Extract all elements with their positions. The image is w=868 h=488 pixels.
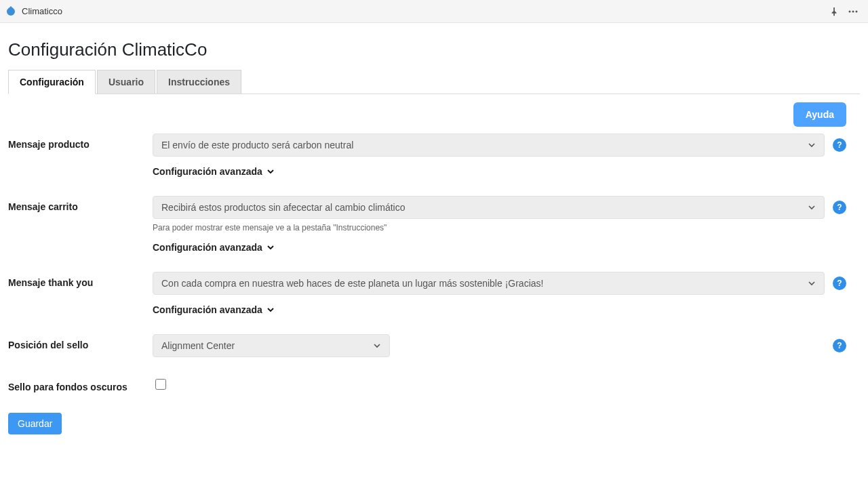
app-logo-icon <box>5 6 16 17</box>
mensaje-thank-you-advanced-toggle[interactable]: Configuración avanzada <box>153 304 846 315</box>
pin-icon[interactable] <box>825 2 844 21</box>
mensaje-producto-value: El envío de este producto será carbon ne… <box>161 140 808 150</box>
help-icon[interactable]: ? <box>833 138 846 152</box>
save-button[interactable]: Guardar <box>8 413 62 434</box>
chevron-down-icon <box>808 203 816 211</box>
mensaje-carrito-hint: Para poder mostrar este mensaje ve a la … <box>153 223 846 232</box>
posicion-sello-select[interactable]: Alignment Center <box>153 334 390 357</box>
page-title: Configuración ClimaticCo <box>8 39 860 60</box>
chevron-down-icon <box>267 167 275 176</box>
mensaje-carrito-select[interactable]: Recibirá estos productos sin afecectar a… <box>153 196 825 219</box>
chevron-down-icon <box>267 306 275 314</box>
field-posicion-sello: Posición del sello Alignment Center ? <box>8 334 860 357</box>
mensaje-thank-you-select[interactable]: Con cada compra en nuestra web haces de … <box>153 272 825 295</box>
svg-point-2 <box>856 10 858 12</box>
chevron-down-icon <box>808 279 816 287</box>
help-icon[interactable]: ? <box>833 277 846 290</box>
mensaje-carrito-advanced-toggle[interactable]: Configuración avanzada <box>153 242 846 253</box>
mensaje-producto-advanced-toggle[interactable]: Configuración avanzada <box>153 166 846 177</box>
help-icon[interactable]: ? <box>833 201 846 214</box>
chevron-down-icon <box>373 342 381 350</box>
field-mensaje-thank-you: Mensaje thank you Con cada compra en nue… <box>8 272 860 315</box>
more-icon[interactable] <box>844 2 863 21</box>
tab-strip: Configuración Usuario Instrucciones <box>8 70 860 94</box>
main-content: Configuración ClimaticCo Configuración U… <box>0 23 868 443</box>
posicion-sello-value: Alignment Center <box>161 340 373 351</box>
sello-oscuro-label: Sello para fondos oscuros <box>8 376 153 392</box>
title-bar: Climaticco <box>0 0 868 23</box>
mensaje-thank-you-label: Mensaje thank you <box>8 272 153 288</box>
mensaje-producto-label: Mensaje producto <box>8 134 153 150</box>
field-mensaje-carrito: Mensaje carrito Recibirá estos productos… <box>8 196 860 253</box>
field-sello-oscuro: Sello para fondos oscuros <box>8 376 860 392</box>
svg-point-1 <box>852 10 854 12</box>
mensaje-thank-you-value: Con cada compra en nuestra web haces de … <box>161 278 808 289</box>
help-button[interactable]: Ayuda <box>793 102 846 127</box>
mensaje-producto-select[interactable]: El envío de este producto será carbon ne… <box>153 134 825 157</box>
app-title: Climaticco <box>22 6 62 16</box>
tab-configuracion[interactable]: Configuración <box>8 70 96 94</box>
posicion-sello-label: Posición del sello <box>8 334 153 350</box>
help-icon[interactable]: ? <box>833 339 846 352</box>
field-mensaje-producto: Mensaje producto El envío de este produc… <box>8 134 860 177</box>
svg-point-0 <box>849 10 851 12</box>
chevron-down-icon <box>808 141 816 149</box>
chevron-down-icon <box>267 243 275 251</box>
mensaje-carrito-label: Mensaje carrito <box>8 196 153 212</box>
tab-instrucciones[interactable]: Instrucciones <box>157 70 241 94</box>
sello-oscuro-checkbox[interactable] <box>155 379 166 390</box>
mensaje-carrito-value: Recibirá estos productos sin afecectar a… <box>161 202 808 213</box>
tab-usuario[interactable]: Usuario <box>97 70 155 94</box>
